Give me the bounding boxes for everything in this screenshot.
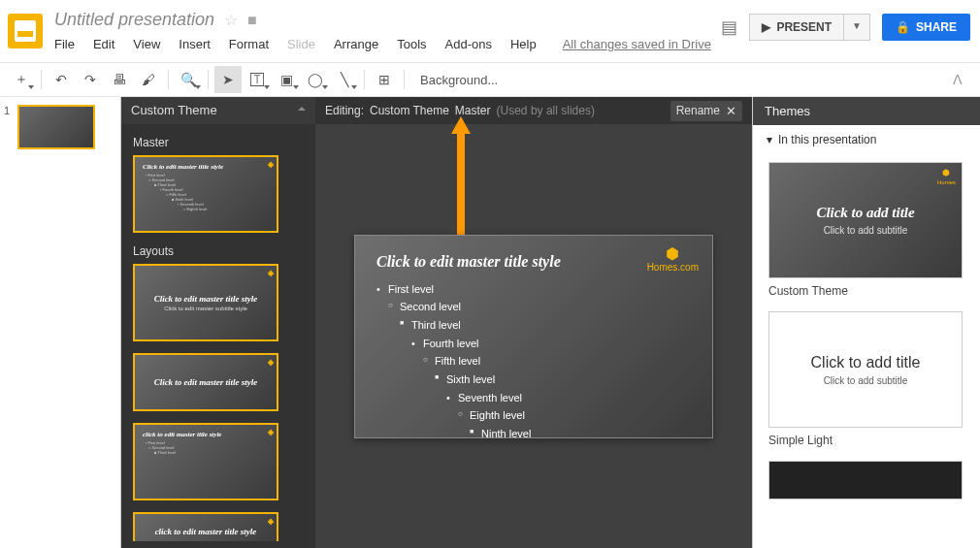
background-button[interactable]: Background... xyxy=(410,73,507,87)
add-placeholder-button[interactable]: ⊞ xyxy=(371,66,398,93)
theme-name-label: Simple Light xyxy=(768,434,964,447)
logo-icon: ◈ xyxy=(268,428,274,436)
theme-card-dark[interactable] xyxy=(768,461,963,500)
menu-tools[interactable]: Tools xyxy=(397,37,426,51)
shape-tool[interactable]: ◯ xyxy=(302,66,329,93)
logo-icon: ⬢Homes xyxy=(937,169,956,186)
close-master-icon[interactable]: ✕ xyxy=(726,104,736,118)
line-tool[interactable]: ╲ xyxy=(331,66,358,93)
zoom-button[interactable]: 🔍 xyxy=(175,66,202,93)
menu-file[interactable]: File xyxy=(54,37,75,51)
master-body-placeholder[interactable]: First level Second level Third level Fou… xyxy=(376,280,691,443)
layout-panel: Custom Theme Master ◈ Click to edit mast… xyxy=(121,97,315,548)
slide-number: 1 xyxy=(4,105,10,116)
menu-edit[interactable]: Edit xyxy=(93,37,114,51)
undo-button[interactable]: ↶ xyxy=(48,66,75,93)
share-button[interactable]: 🔒SHARE xyxy=(882,14,970,41)
used-by-label: (Used by all slides) xyxy=(497,104,595,117)
menu-view[interactable]: View xyxy=(133,37,160,51)
redo-button[interactable]: ↷ xyxy=(77,66,104,93)
master-title-placeholder[interactable]: Click to edit master title style xyxy=(376,253,691,271)
slides-logo xyxy=(8,14,43,48)
new-slide-button[interactable]: ＋ xyxy=(8,66,35,93)
comments-icon[interactable]: ▤ xyxy=(721,16,737,38)
toolbar: ＋ ↶ ↷ 🖶 🖌 🔍 ➤ 🅃 ▣ ◯ ╲ ⊞ Background... ᐱ xyxy=(0,62,980,97)
logo-icon: ◈ xyxy=(268,160,274,169)
menu-insert[interactable]: Insert xyxy=(179,37,211,51)
toolbar-collapse[interactable]: ᐱ xyxy=(953,72,972,87)
caret-down-icon: ▾ xyxy=(767,133,772,146)
slide-filmstrip: 1 xyxy=(0,97,121,548)
layout-thumb-section[interactable]: ◈ Click to edit master title style xyxy=(133,353,278,411)
themes-header: Themes xyxy=(753,97,980,125)
lock-icon: 🔒 xyxy=(896,20,910,34)
save-status[interactable]: All changes saved in Drive xyxy=(563,37,711,51)
present-dropdown[interactable]: ▼ xyxy=(844,14,870,41)
layout-thumb-4[interactable]: ◈ click to edit master title style xyxy=(133,512,278,541)
slide-thumb-1[interactable] xyxy=(17,105,95,149)
header-right: ▤ ▶PRESENT ▼ 🔒SHARE xyxy=(721,14,970,41)
move-folder-icon[interactable]: ■ xyxy=(247,12,257,29)
play-icon: ▶ xyxy=(762,20,770,34)
textbox-tool[interactable]: 🅃 xyxy=(244,66,271,93)
menu-format[interactable]: Format xyxy=(229,37,269,51)
layout-panel-header[interactable]: Custom Theme xyxy=(121,97,315,124)
canvas-area: Editing: Custom Theme Master (Used by al… xyxy=(315,97,752,548)
present-button[interactable]: ▶PRESENT xyxy=(749,14,844,41)
print-button[interactable]: 🖶 xyxy=(106,66,133,93)
main-area: 1 Custom Theme Master ◈ Click to edit ma… xyxy=(0,97,980,548)
logo-icon: ◈ xyxy=(268,269,274,277)
paint-format-button[interactable]: 🖌 xyxy=(135,66,162,93)
title-area: Untitled presentation ☆ ■ File Edit View… xyxy=(54,8,721,51)
master-section-label: Master xyxy=(133,136,304,149)
editing-theme-name: Custom Theme xyxy=(370,104,449,117)
menu-slide: Slide xyxy=(287,37,315,51)
layouts-section-label: Layouts xyxy=(133,244,304,258)
document-title[interactable]: Untitled presentation xyxy=(54,10,214,30)
master-thumb[interactable]: ◈ Click to edit master title style • Fir… xyxy=(133,155,278,233)
app-header: Untitled presentation ☆ ■ File Edit View… xyxy=(0,0,980,62)
theme-card-simple-light[interactable]: Click to add title Click to add subtitle xyxy=(768,311,963,428)
theme-name-label: Custom Theme xyxy=(768,284,964,298)
layout-thumb-title[interactable]: ◈ Click to edit master title style Click… xyxy=(133,264,278,341)
rename-button[interactable]: Rename xyxy=(676,104,720,117)
select-tool[interactable]: ➤ xyxy=(214,66,242,93)
editing-label: Editing: xyxy=(325,104,364,117)
brand-logo: ⬢Homes.com xyxy=(647,245,699,274)
menu-bar: File Edit View Insert Format Slide Arran… xyxy=(54,37,721,51)
menu-help[interactable]: Help xyxy=(510,37,537,51)
theme-card-custom[interactable]: ⬢Homes Click to add title Click to add s… xyxy=(768,162,963,278)
menu-addons[interactable]: Add-ons xyxy=(445,37,492,51)
canvas-body: ⬢Homes.com Click to edit master title st… xyxy=(315,124,752,548)
image-tool[interactable]: ▣ xyxy=(273,66,300,93)
layout-thumb-content[interactable]: ◈ click to edit master title style • Fir… xyxy=(133,423,278,500)
master-slide[interactable]: ⬢Homes.com Click to edit master title st… xyxy=(354,235,713,438)
menu-arrange[interactable]: Arrange xyxy=(334,37,378,51)
logo-icon: ◈ xyxy=(268,517,274,526)
canvas-header: Editing: Custom Theme Master (Used by al… xyxy=(315,97,752,124)
themes-subheader[interactable]: ▾In this presentation xyxy=(753,125,980,154)
themes-panel: Themes ▾In this presentation ⬢Homes Clic… xyxy=(752,97,980,548)
logo-icon: ◈ xyxy=(268,358,274,367)
editing-master-label: Master xyxy=(455,104,491,117)
star-icon[interactable]: ☆ xyxy=(224,11,238,29)
